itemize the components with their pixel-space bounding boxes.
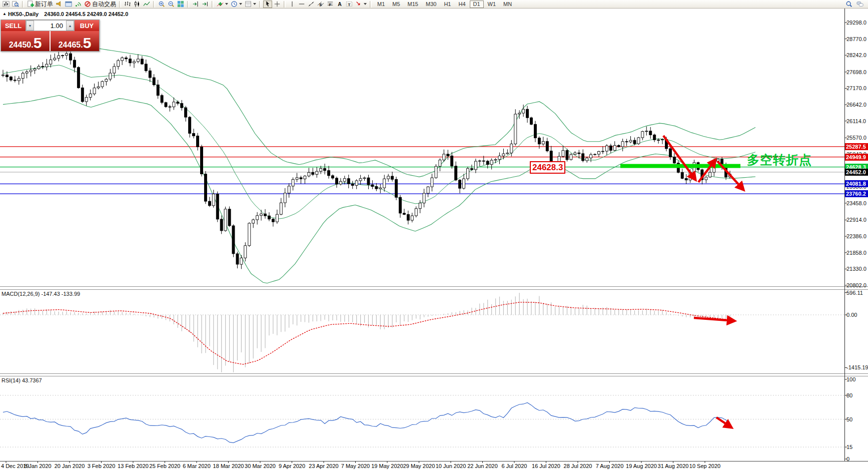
zoom-out-button[interactable] bbox=[167, 1, 176, 8]
toolbar-separator bbox=[119, 1, 121, 8]
volume-stepper: ▼ 1.00 ▲ bbox=[26, 20, 75, 31]
fibonacci-icon: F bbox=[327, 1, 334, 8]
rsi-axis-tick: 80 bbox=[846, 392, 868, 399]
alerts-button[interactable] bbox=[55, 1, 64, 8]
price-axis-tick: 25570.0 bbox=[846, 134, 868, 141]
date-axis-label: 25 Feb 2020 bbox=[148, 463, 183, 469]
timeframe-button-D1[interactable]: D1 bbox=[470, 1, 484, 8]
bar-chart-icon bbox=[124, 1, 131, 8]
timeframe-button-W1[interactable]: W1 bbox=[484, 1, 500, 8]
cursor-button[interactable] bbox=[263, 1, 272, 8]
date-axis-label: 6 Mar 2020 bbox=[179, 463, 214, 469]
chart-shift-icon bbox=[192, 1, 199, 8]
toolbar-right-group bbox=[844, 1, 866, 8]
crosshair-button[interactable] bbox=[273, 1, 282, 8]
volume-decrease-button[interactable]: ▼ bbox=[26, 21, 34, 31]
toolbar-separator bbox=[212, 1, 214, 8]
timeframe-button-M30[interactable]: M30 bbox=[422, 1, 440, 8]
timeframe-button-M15[interactable]: M15 bbox=[404, 1, 422, 8]
new-chart-button[interactable] bbox=[2, 1, 11, 8]
date-axis-label: 23 Apr 2020 bbox=[306, 463, 341, 469]
data-window-button[interactable] bbox=[64, 1, 73, 8]
chart-title: ▲ HK50-,Daily 24360.0 24454.5 24249.0 24… bbox=[3, 11, 128, 17]
chat-button[interactable] bbox=[855, 1, 864, 8]
timeframe-button-M1[interactable]: M1 bbox=[374, 1, 388, 8]
equidistant-channel-button[interactable]: E bbox=[316, 1, 325, 8]
date-axis-label: 19 Aug 2020 bbox=[624, 463, 659, 469]
price-level-badge: 24081.8 bbox=[845, 180, 868, 187]
sell-price[interactable]: 24450. 5 bbox=[1, 31, 50, 51]
vertical-line-button[interactable] bbox=[288, 1, 297, 8]
mt4-window: 新订单自动交易EFATM1M5M15M30H1H4D1W1MN ▲ HK50-,… bbox=[0, 0, 868, 470]
signals-button[interactable] bbox=[74, 1, 83, 8]
date-axis-label: 10 Sep 2020 bbox=[687, 463, 722, 469]
search-button[interactable] bbox=[844, 1, 853, 8]
text-tool-button[interactable]: A bbox=[335, 1, 344, 8]
dropdown-caret-icon bbox=[253, 3, 256, 5]
svg-text:A: A bbox=[338, 1, 342, 7]
price-level-badge: 24452.0 bbox=[845, 169, 868, 176]
new-order-icon bbox=[27, 1, 34, 8]
price-axis-tick: 26642.0 bbox=[846, 101, 868, 108]
date-axis-label: 20 Jan 2020 bbox=[52, 463, 87, 469]
macd-indicator-label: MACD(12,26,9) -147.43 -133.99 bbox=[2, 291, 80, 297]
pivot-annotation-text: 多空转折点 bbox=[747, 152, 812, 168]
timeframe-button-M5[interactable]: M5 bbox=[389, 1, 403, 8]
templates-button[interactable] bbox=[244, 1, 257, 8]
auto-scroll-button[interactable] bbox=[201, 1, 210, 8]
date-axis-label: 30 Mar 2020 bbox=[243, 463, 278, 469]
buy-button[interactable]: BUY bbox=[75, 20, 99, 31]
sell-button[interactable]: SELL bbox=[1, 20, 26, 31]
buy-price-main: 24465. bbox=[59, 41, 83, 50]
date-axis-label: 6 Jul 2020 bbox=[497, 463, 532, 469]
text-label-button[interactable]: T bbox=[345, 1, 354, 8]
price-axis-tick: 26114.0 bbox=[846, 118, 868, 125]
toolbar-separator bbox=[370, 1, 372, 8]
toolbar-separator bbox=[284, 1, 286, 8]
arrows-tool-button[interactable] bbox=[354, 1, 368, 8]
autotrading-button[interactable]: 自动交易 bbox=[83, 1, 117, 8]
date-axis-label: 31 Aug 2020 bbox=[656, 463, 691, 469]
chart-profiles-button[interactable] bbox=[11, 1, 20, 8]
macd-axis-tick: 596.11 bbox=[846, 290, 868, 296]
horizontal-line-button[interactable] bbox=[297, 1, 306, 8]
tile-windows-button[interactable] bbox=[176, 1, 185, 8]
arrows-tool-icon bbox=[355, 1, 362, 8]
rsi-axis-tick: 50 bbox=[846, 416, 868, 423]
one-click-collapse-icon[interactable]: ▲ bbox=[3, 12, 7, 16]
chart-shift-button[interactable] bbox=[191, 1, 200, 8]
indicators-button[interactable] bbox=[216, 1, 229, 8]
equidistant-channel-icon: E bbox=[317, 1, 324, 8]
sell-price-main: 24450. bbox=[9, 41, 34, 50]
trendline-button[interactable] bbox=[307, 1, 316, 8]
zoom-in-button[interactable] bbox=[157, 1, 166, 8]
sell-price-big-digit: 5 bbox=[34, 37, 42, 50]
macd-axis-tick: -1415.19 bbox=[846, 364, 868, 371]
buy-price-big-digit: 5 bbox=[83, 37, 92, 50]
timeframe-button-H1[interactable]: H1 bbox=[440, 1, 454, 8]
fibonacci-button[interactable]: F bbox=[326, 1, 335, 8]
timeframe-button-H4[interactable]: H4 bbox=[455, 1, 469, 8]
chart-canvas[interactable] bbox=[0, 0, 868, 470]
periods-button[interactable] bbox=[230, 1, 243, 8]
toolbar-separator bbox=[22, 1, 24, 8]
candlestick-chart-button[interactable] bbox=[133, 1, 142, 8]
chart-ohlc-values: 24360.0 24454.5 24249.0 24452.0 bbox=[44, 11, 128, 17]
line-chart-button[interactable] bbox=[142, 1, 151, 8]
price-level-callout[interactable]: 24628.3 bbox=[530, 161, 565, 174]
candlestick-chart-icon bbox=[134, 1, 141, 8]
bar-chart-button[interactable] bbox=[123, 1, 132, 8]
toolbar-button-label: 自动交易 bbox=[92, 1, 116, 8]
volume-increase-button[interactable]: ▲ bbox=[66, 21, 74, 31]
date-axis-label: 28 Jul 2020 bbox=[560, 463, 595, 469]
buy-price[interactable]: 24465. 5 bbox=[51, 31, 99, 51]
date-axis-label: 7 May 2020 bbox=[338, 463, 373, 469]
new-order-button[interactable]: 新订单 bbox=[26, 1, 54, 8]
price-level-badge: 25287.5 bbox=[845, 143, 868, 150]
chat-icon bbox=[856, 1, 863, 8]
timeframe-button-MN[interactable]: MN bbox=[500, 1, 515, 8]
date-axis-label: 8 Jan 2020 bbox=[21, 463, 56, 469]
volume-value[interactable]: 1.00 bbox=[34, 21, 66, 31]
data-window-icon bbox=[65, 1, 72, 8]
price-level-badge: 23760.2 bbox=[845, 190, 868, 197]
